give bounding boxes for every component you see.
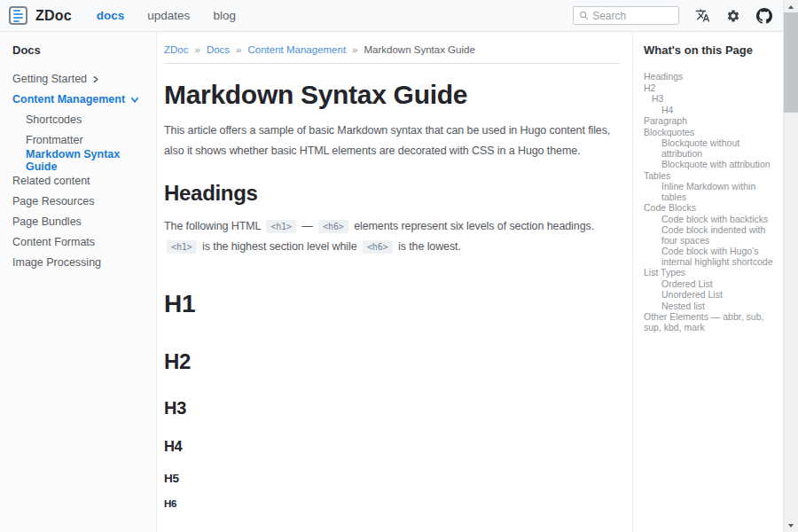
chevron-down-icon bbox=[130, 96, 139, 104]
article-intro: This article offers a sample of basic Ma… bbox=[164, 121, 620, 161]
toc-item-blockquote-without-attribution[interactable]: Blockquote without attribution bbox=[644, 138, 778, 159]
toc-item-unordered-list[interactable]: Unordered List bbox=[644, 290, 778, 301]
sidebar-item-label: Content Formats bbox=[12, 236, 95, 248]
search-input[interactable] bbox=[592, 10, 673, 22]
translate-button[interactable] bbox=[695, 8, 710, 23]
sidebar-item-label: Page Bundles bbox=[12, 215, 82, 228]
breadcrumb-link-content-management[interactable]: Content Management bbox=[248, 44, 347, 55]
sample-heading-h2: H2 bbox=[164, 349, 620, 375]
toc-list: HeadingsH2H3H4ParagraphBlockquotesBlockq… bbox=[644, 72, 778, 332]
inline-code: <h6> bbox=[363, 240, 393, 254]
sidebar-item-label: Getting Started bbox=[12, 73, 87, 85]
navbar-links: docsupdatesblog bbox=[97, 9, 236, 22]
scroll-down-button[interactable] bbox=[784, 519, 798, 532]
sidebar-item-shortcodes[interactable]: Shortcodes bbox=[12, 109, 151, 129]
sidebar-item-label: Page Resources bbox=[12, 195, 94, 207]
sample-heading-h5: H5 bbox=[164, 472, 620, 486]
left-sidebar: Docs Getting StartedContent ManagementSh… bbox=[0, 32, 157, 532]
sidebar-item-image-processing[interactable]: Image Processing bbox=[12, 252, 151, 272]
page-layout: Docs Getting StartedContent ManagementSh… bbox=[0, 32, 783, 532]
sample-headings: H1H2H3H4H5H6 bbox=[164, 289, 620, 511]
github-button[interactable] bbox=[756, 8, 772, 24]
breadcrumb-separator: » bbox=[236, 44, 241, 55]
translate-icon bbox=[695, 8, 710, 23]
sidebar-item-label: Markdown Syntax Guide bbox=[26, 148, 151, 173]
breadcrumb-link-zdoc[interactable]: ZDoc bbox=[164, 44, 188, 55]
toc-item-h3[interactable]: H3 bbox=[644, 94, 778, 105]
breadcrumb: ZDoc»Docs»Content Management»Markdown Sy… bbox=[164, 44, 620, 55]
sidebar-item-page-bundles[interactable]: Page Bundles bbox=[12, 211, 151, 231]
sidebar-item-page-resources[interactable]: Page Resources bbox=[12, 191, 151, 211]
breadcrumb-separator: » bbox=[194, 44, 200, 55]
scroll-up-button[interactable] bbox=[784, 0, 798, 13]
toc-item-code-blocks[interactable]: Code Blocks bbox=[644, 203, 778, 214]
navbar-right bbox=[573, 6, 772, 25]
toc-item-code-block-with-hugo-s-internal-highligh[interactable]: Code block with Hugo's internal highligh… bbox=[644, 246, 778, 267]
sidebar-nav: Getting StartedContent ManagementShortco… bbox=[12, 68, 151, 272]
brand-title[interactable]: ZDoc bbox=[35, 8, 72, 24]
search-icon bbox=[579, 10, 589, 21]
inline-code: <h6> bbox=[318, 220, 348, 233]
sample-heading-h4: H4 bbox=[164, 438, 620, 456]
toc-item-code-block-indented-with-four-spaces[interactable]: Code block indented with four spaces bbox=[644, 225, 778, 246]
toc-item-tables[interactable]: Tables bbox=[644, 171, 778, 182]
sidebar-item-label: Shortcodes bbox=[26, 113, 82, 126]
toc-item-nested-list[interactable]: Nested list bbox=[644, 301, 778, 312]
toc-item-h2[interactable]: H2 bbox=[644, 83, 778, 94]
nav-link-blog[interactable]: blog bbox=[213, 9, 236, 22]
nav-link-docs[interactable]: docs bbox=[97, 9, 125, 22]
toc-item-ordered-list[interactable]: Ordered List bbox=[644, 279, 778, 290]
section-heading: Headings bbox=[164, 181, 620, 206]
sample-heading-h3: H3 bbox=[164, 397, 620, 419]
breadcrumb-separator: » bbox=[352, 44, 357, 55]
sidebar-item-related-content[interactable]: Related content bbox=[12, 170, 151, 191]
github-icon bbox=[756, 8, 772, 24]
toc-title: What's on this Page bbox=[644, 43, 778, 57]
nav-link-updates[interactable]: updates bbox=[147, 9, 190, 22]
main-content: ZDoc»Docs»Content Management»Markdown Sy… bbox=[157, 32, 632, 532]
scrollbar-thumb[interactable] bbox=[784, 12, 798, 113]
sidebar-item-label: Related content bbox=[12, 175, 90, 187]
settings-button[interactable] bbox=[726, 9, 740, 23]
toc-item-blockquote-with-attribution[interactable]: Blockquote with attribution bbox=[644, 160, 778, 170]
navbar: ZDoc docsupdatesblog bbox=[0, 0, 783, 32]
headings-paragraph: The following HTML <h1> — <h6> elements … bbox=[164, 216, 620, 257]
toc-sidebar: What's on this Page HeadingsH2H3H4Paragr… bbox=[632, 32, 783, 532]
toc-item-h4[interactable]: H4 bbox=[644, 106, 778, 116]
toc-item-headings[interactable]: Headings bbox=[644, 72, 778, 82]
scroll-down-icon bbox=[788, 524, 794, 528]
zdoc-logo-icon[interactable] bbox=[9, 6, 27, 25]
gear-icon bbox=[726, 9, 740, 23]
toc-item-paragraph[interactable]: Paragraph bbox=[644, 116, 778, 127]
toc-item-inline-markdown-within-tables[interactable]: Inline Markdown within tables bbox=[644, 182, 778, 202]
sidebar-item-label: Frontmatter bbox=[26, 134, 83, 146]
sidebar-item-label: Image Processing bbox=[12, 256, 101, 269]
sidebar-title: Docs bbox=[12, 43, 151, 57]
sample-heading-h1: H1 bbox=[164, 289, 620, 319]
scroll-up-icon bbox=[788, 5, 794, 9]
toc-item-other-elements-abbr-sub-sup-kbd-mark[interactable]: Other Elements — abbr, sub, sup, kbd, ma… bbox=[644, 312, 778, 332]
breadcrumb-divider bbox=[164, 63, 620, 64]
chevron-right-icon bbox=[92, 75, 99, 83]
breadcrumb-link-docs[interactable]: Docs bbox=[207, 44, 230, 55]
toc-item-code-block-with-backticks[interactable]: Code block with backticks bbox=[644, 215, 778, 225]
breadcrumb-current: Markdown Syntax Guide bbox=[364, 44, 475, 55]
toc-item-list-types[interactable]: List Types bbox=[644, 268, 778, 278]
inline-code: <h1> bbox=[266, 220, 296, 233]
sidebar-item-markdown-syntax-guide[interactable]: Markdown Syntax Guide bbox=[12, 150, 151, 170]
toc-item-blockquotes[interactable]: Blockquotes bbox=[644, 128, 778, 138]
search-box[interactable] bbox=[573, 6, 679, 25]
page-title: Markdown Syntax Guide bbox=[164, 80, 620, 110]
page-scrollbar[interactable] bbox=[783, 0, 798, 532]
sidebar-item-content-management[interactable]: Content Management bbox=[12, 89, 151, 109]
sample-heading-h6: H6 bbox=[164, 498, 620, 511]
inline-code: <h1> bbox=[167, 240, 197, 254]
sidebar-item-label: Content Management bbox=[12, 93, 125, 106]
sidebar-item-content-formats[interactable]: Content Formats bbox=[12, 231, 151, 252]
sidebar-item-getting-started[interactable]: Getting Started bbox=[12, 68, 151, 89]
